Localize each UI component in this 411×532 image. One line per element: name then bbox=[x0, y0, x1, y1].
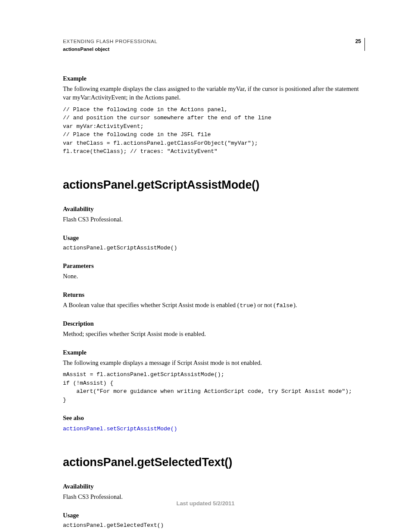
seealso-link[interactable]: actionsPanel.setScriptAssistMode() bbox=[63, 426, 177, 432]
method-heading-getscriptassistmode: actionsPanel.getScriptAssistMode() bbox=[63, 177, 365, 193]
returns-label: Returns bbox=[63, 290, 365, 299]
page-footer: Last updated 5/2/2011 bbox=[0, 500, 411, 508]
last-updated: Last updated 5/2/2011 bbox=[176, 500, 234, 507]
code-block: mAssist = fl.actionsPanel.getScriptAssis… bbox=[63, 370, 365, 404]
code-block: // Place the following code in the Actio… bbox=[63, 106, 365, 156]
availability-text: Flash CS3 Professional. bbox=[63, 215, 365, 224]
returns-mid: ) or not ( bbox=[254, 302, 276, 308]
page-number-text: 25 bbox=[355, 38, 361, 45]
running-header: EXTENDING FLASH PROFESSIONAL actionsPane… bbox=[63, 38, 365, 53]
method-heading-getselectedtext: actionsPanel.getSelectedText() bbox=[63, 454, 365, 471]
doc-subtitle: actionsPanel object bbox=[63, 46, 157, 53]
example-text: The following example displays a message… bbox=[63, 358, 365, 367]
description-text: Method; specifies whether Script Assist … bbox=[63, 330, 365, 339]
description-label: Description bbox=[63, 319, 365, 328]
returns-suffix: ). bbox=[293, 302, 297, 308]
parameters-text: None. bbox=[63, 272, 365, 281]
example-label: Example bbox=[63, 74, 365, 83]
page-number: 25 bbox=[355, 38, 365, 51]
page-content: EXTENDING FLASH PROFESSIONAL actionsPane… bbox=[0, 0, 411, 529]
returns-false: false bbox=[276, 302, 293, 309]
seealso-label: See also bbox=[63, 414, 365, 423]
usage-code: actionsPanel.getSelectedText() bbox=[63, 521, 365, 530]
availability-label: Availability bbox=[63, 205, 365, 214]
example-text: The following example displays the class… bbox=[63, 84, 365, 102]
returns-true: true bbox=[240, 302, 253, 309]
running-header-left: EXTENDING FLASH PROFESSIONAL actionsPane… bbox=[63, 38, 157, 53]
availability-label: Availability bbox=[63, 482, 365, 491]
returns-text: A Boolean value that specifies whether S… bbox=[63, 301, 365, 310]
parameters-label: Parameters bbox=[63, 261, 365, 271]
example-label: Example bbox=[63, 348, 365, 357]
usage-label: Usage bbox=[63, 511, 365, 520]
returns-prefix: A Boolean value that specifies whether S… bbox=[63, 302, 240, 308]
usage-code: actionsPanel.getScriptAssistMode() bbox=[63, 244, 365, 252]
usage-label: Usage bbox=[63, 233, 365, 243]
doc-title: EXTENDING FLASH PROFESSIONAL bbox=[63, 38, 157, 46]
